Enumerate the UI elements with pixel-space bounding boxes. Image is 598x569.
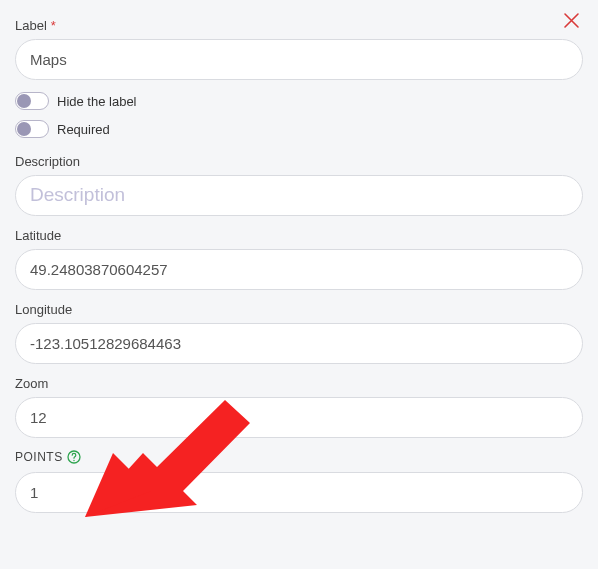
close-button[interactable] xyxy=(563,12,580,33)
help-icon[interactable] xyxy=(67,450,81,464)
latitude-input[interactable] xyxy=(15,249,583,290)
required-text: Required xyxy=(57,122,110,137)
required-toggle[interactable] xyxy=(15,120,49,138)
toggle-knob xyxy=(17,122,31,136)
latitude-label: Latitude xyxy=(15,228,583,243)
zoom-input[interactable] xyxy=(15,397,583,438)
toggle-knob xyxy=(17,94,31,108)
points-input[interactable] xyxy=(15,472,583,513)
close-icon xyxy=(563,12,580,29)
hide-label-toggle[interactable] xyxy=(15,92,49,110)
svg-point-1 xyxy=(73,460,74,461)
hide-label-text: Hide the label xyxy=(57,94,137,109)
points-label: POINTS xyxy=(15,450,63,464)
longitude-input[interactable] xyxy=(15,323,583,364)
label-field-label: Label* xyxy=(15,18,583,33)
longitude-label: Longitude xyxy=(15,302,583,317)
zoom-label: Zoom xyxy=(15,376,583,391)
required-asterisk: * xyxy=(51,18,56,33)
label-input[interactable] xyxy=(15,39,583,80)
description-input[interactable] xyxy=(15,175,583,216)
description-label: Description xyxy=(15,154,583,169)
